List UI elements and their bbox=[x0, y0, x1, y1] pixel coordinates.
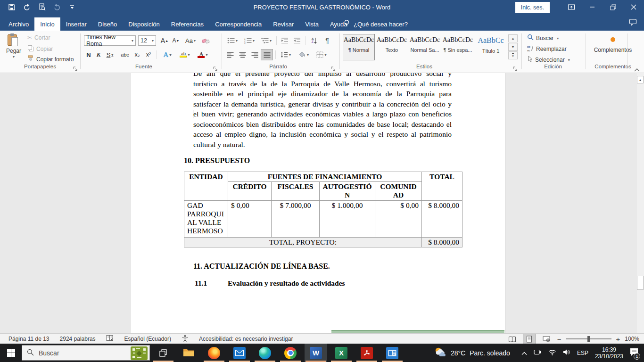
multilevel-list-button[interactable]: ▾ bbox=[259, 35, 273, 46]
keyboard-language[interactable]: ESP bbox=[577, 350, 588, 356]
task-view-button[interactable] bbox=[152, 344, 174, 362]
tab-correspondencia[interactable]: Correspondencia bbox=[209, 17, 267, 31]
paragraph-dialog-launcher-icon[interactable] bbox=[331, 65, 337, 70]
print-layout-icon[interactable] bbox=[523, 334, 536, 344]
italic-button[interactable]: K bbox=[94, 49, 103, 60]
start-button[interactable] bbox=[0, 344, 22, 362]
firefox-button[interactable] bbox=[203, 344, 225, 362]
styles-dialog-launcher-icon[interactable] bbox=[513, 65, 519, 70]
clear-formatting-button[interactable] bbox=[200, 35, 211, 46]
zoom-level[interactable]: 100% bbox=[625, 336, 639, 342]
tell-me-box[interactable]: ¿Qué desea hacer? bbox=[343, 17, 408, 31]
file-explorer-button[interactable] bbox=[177, 344, 200, 362]
shading-button[interactable]: ▾ bbox=[296, 49, 311, 60]
document-page[interactable]: De ahí que el presente proyecto del impu… bbox=[131, 73, 506, 333]
chrome-button[interactable] bbox=[279, 344, 302, 362]
feedback-comment-icon[interactable] bbox=[625, 15, 640, 29]
style-sin-espaciado[interactable]: AaBbCcDc ¶ Sin espa... bbox=[442, 34, 473, 60]
clock[interactable]: 16:39 23/10/2023 bbox=[595, 346, 623, 360]
show-paragraph-marks-button[interactable]: ¶ bbox=[322, 35, 332, 46]
font-color-button[interactable]: A ▾ bbox=[195, 49, 210, 60]
edge-button[interactable] bbox=[254, 344, 276, 362]
read-mode-icon[interactable] bbox=[506, 334, 519, 344]
decrease-indent-button[interactable] bbox=[279, 35, 290, 46]
notification-center-icon[interactable]: 1 bbox=[630, 348, 638, 358]
highlight-color-button[interactable]: ab ▾ bbox=[177, 49, 192, 60]
zoom-slider-thumb[interactable] bbox=[587, 336, 590, 342]
format-painter-button[interactable]: Copiar formato bbox=[27, 55, 74, 64]
superscript-button[interactable]: x² bbox=[143, 49, 154, 60]
minimize-button[interactable] bbox=[582, 0, 603, 14]
sign-in-button[interactable]: Inic. ses. bbox=[515, 2, 550, 13]
scrollbar-thumb[interactable] bbox=[637, 276, 644, 290]
font-dialog-launcher-icon[interactable] bbox=[213, 65, 219, 70]
cut-button[interactable]: ✂ Cortar bbox=[27, 34, 50, 41]
strikethrough-button[interactable]: abc bbox=[119, 49, 131, 60]
zoom-in-button[interactable]: + bbox=[616, 335, 620, 343]
text-effects-button[interactable]: A▾ bbox=[160, 49, 174, 60]
page-indicator[interactable]: Página 11 de 13 bbox=[8, 336, 50, 342]
tray-expand-icon[interactable] bbox=[521, 349, 527, 357]
shrink-font-button[interactable]: A▼ bbox=[171, 35, 181, 46]
tab-archivo[interactable]: Archivo bbox=[3, 17, 34, 31]
tab-vista[interactable]: Vista bbox=[299, 17, 324, 31]
align-left-button[interactable] bbox=[224, 49, 236, 60]
bullets-button[interactable]: ▾ bbox=[225, 35, 239, 46]
replace-button[interactable]: abac Reemplazar bbox=[527, 44, 567, 54]
borders-button[interactable]: ▾ bbox=[314, 49, 329, 60]
styles-scroll-up-icon[interactable]: ▲ bbox=[508, 34, 518, 42]
undo-icon[interactable] bbox=[23, 3, 31, 11]
paste-button[interactable]: Pegar ▾ bbox=[4, 33, 24, 63]
accessibility-status[interactable]: Accesibilidad: es necesario investigar bbox=[199, 336, 293, 342]
word-count[interactable]: 2924 palabras bbox=[60, 336, 96, 342]
ribbon-display-options-icon[interactable] bbox=[561, 0, 582, 14]
find-button[interactable]: Buscar▾ bbox=[527, 33, 559, 43]
volume-icon[interactable] bbox=[563, 349, 570, 357]
justify-button[interactable] bbox=[261, 49, 272, 60]
mail-button[interactable] bbox=[228, 344, 251, 362]
close-button[interactable] bbox=[623, 0, 644, 14]
tab-inicio[interactable]: Inicio bbox=[34, 17, 60, 31]
style-normal-sa[interactable]: AaBbCcDc Normal Sa... bbox=[409, 34, 440, 60]
tab-revisar[interactable]: Revisar bbox=[267, 17, 299, 31]
zoom-slider[interactable] bbox=[566, 336, 611, 342]
align-center-button[interactable] bbox=[237, 49, 248, 60]
change-case-button[interactable]: Aa▾ bbox=[184, 35, 197, 46]
addins-button[interactable]: Complementos bbox=[589, 33, 636, 61]
customize-qat-icon[interactable] bbox=[68, 3, 76, 11]
select-button[interactable]: Seleccionar▾ bbox=[527, 55, 570, 65]
search-highlight-icon[interactable] bbox=[131, 346, 148, 362]
excel-button[interactable]: X bbox=[330, 344, 353, 362]
font-family-combo[interactable]: Times New Roma▾ bbox=[84, 35, 136, 46]
styles-scroll-down-icon[interactable]: ▼ bbox=[508, 43, 518, 51]
wifi-icon[interactable] bbox=[548, 349, 556, 357]
restore-button[interactable] bbox=[603, 0, 623, 14]
zoom-out-button[interactable]: − bbox=[557, 335, 561, 343]
word-taskbar-button[interactable]: W bbox=[305, 344, 327, 362]
copy-button[interactable]: Copiar bbox=[27, 45, 53, 53]
tab-disposicion[interactable]: Disposición bbox=[123, 17, 165, 31]
proofing-error-icon[interactable] bbox=[106, 335, 114, 343]
styles-gallery-more-icon[interactable]: ▾ bbox=[508, 51, 518, 59]
acrobat-button[interactable] bbox=[355, 344, 378, 362]
font-size-combo[interactable]: 12▾ bbox=[138, 35, 156, 46]
print-preview-icon[interactable] bbox=[38, 3, 46, 11]
clipboard-dialog-launcher-icon[interactable] bbox=[73, 65, 79, 70]
style-titulo-1[interactable]: AaBbCc Título 1 bbox=[475, 34, 506, 60]
tab-referencias[interactable]: Referencias bbox=[165, 17, 209, 31]
scroll-up-arrow-icon[interactable]: ▲ bbox=[637, 76, 644, 83]
line-spacing-button[interactable]: ▾ bbox=[278, 49, 293, 60]
language-indicator[interactable]: Español (Ecuador) bbox=[124, 336, 171, 342]
bold-button[interactable]: N bbox=[84, 49, 93, 60]
sort-button[interactable]: AZ bbox=[308, 35, 321, 46]
subscript-button[interactable]: x₂ bbox=[132, 49, 142, 60]
taskbar-search-box[interactable]: Buscar bbox=[22, 345, 150, 361]
save-icon[interactable] bbox=[8, 3, 16, 11]
style-normal[interactable]: AaBbCcDc ¶ Normal bbox=[343, 34, 374, 60]
tab-diseno[interactable]: Diseño bbox=[92, 17, 123, 31]
grow-font-button[interactable]: A▲ bbox=[159, 35, 170, 46]
redo-icon[interactable] bbox=[53, 3, 61, 11]
align-right-button[interactable] bbox=[249, 49, 260, 60]
accessibility-icon[interactable] bbox=[182, 335, 189, 343]
meet-now-icon[interactable] bbox=[534, 349, 542, 357]
